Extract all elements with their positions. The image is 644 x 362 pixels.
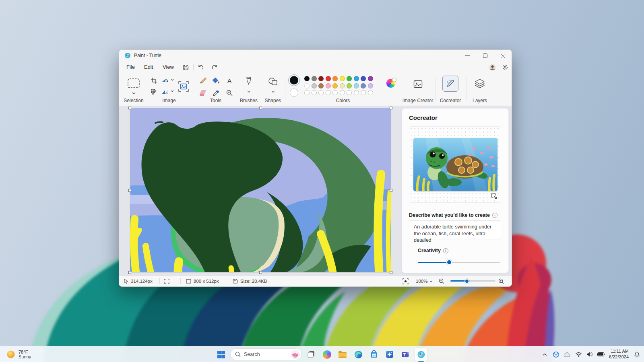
- color-swatch-empty[interactable]: [340, 90, 345, 95]
- generated-turtle-image[interactable]: [413, 138, 497, 191]
- color-swatch[interactable]: [354, 83, 359, 88]
- redo-button[interactable]: [209, 63, 220, 72]
- color-swatch[interactable]: [354, 76, 359, 81]
- rotate-dropdown-chevron[interactable]: [169, 77, 175, 82]
- search-box[interactable]: Search: [230, 348, 302, 360]
- resize-handle-w[interactable]: [128, 189, 131, 192]
- close-button[interactable]: [494, 50, 512, 61]
- image-creator-icon[interactable]: [411, 77, 425, 91]
- color-swatch-empty[interactable]: [318, 90, 324, 95]
- undo-button[interactable]: [196, 63, 206, 72]
- color-swatch[interactable]: [312, 76, 317, 81]
- foreground-color-swatch[interactable]: [290, 76, 298, 84]
- color-swatch[interactable]: [304, 76, 310, 81]
- flip-icon[interactable]: [160, 87, 170, 97]
- resize-handle-ne[interactable]: [390, 107, 392, 109]
- minimize-button[interactable]: [458, 50, 476, 61]
- magnifier-tool-icon[interactable]: [224, 88, 235, 98]
- color-swatch[interactable]: [312, 83, 317, 88]
- describe-info-icon[interactable]: i: [492, 213, 497, 218]
- creativity-slider[interactable]: [418, 259, 500, 265]
- eraser-tool-icon[interactable]: [198, 88, 208, 98]
- resize-handle-nw[interactable]: [128, 107, 131, 109]
- color-swatch[interactable]: [368, 76, 373, 81]
- color-swatch[interactable]: [304, 83, 310, 88]
- zoom-in-button[interactable]: [498, 276, 504, 286]
- color-swatch[interactable]: [332, 76, 338, 81]
- color-picker-tool-icon[interactable]: [211, 88, 221, 98]
- color-swatch[interactable]: [332, 83, 338, 88]
- teams-button[interactable]: [399, 348, 412, 361]
- crop-icon[interactable]: [149, 76, 159, 85]
- clock[interactable]: 11:11 AM 6/22/2024: [607, 349, 630, 360]
- color-swatch-empty[interactable]: [312, 90, 317, 95]
- battery-icon[interactable]: [596, 348, 606, 360]
- copilot-button[interactable]: [320, 348, 333, 361]
- paint-taskbar-button[interactable]: [415, 348, 427, 361]
- resize-handle-s[interactable]: [259, 271, 262, 274]
- file-explorer-button[interactable]: [336, 348, 349, 361]
- image-options-icon[interactable]: [177, 80, 190, 93]
- color-swatch[interactable]: [347, 76, 352, 81]
- color-swatch[interactable]: [326, 76, 331, 81]
- color-swatch[interactable]: [318, 76, 324, 81]
- layers-icon[interactable]: [473, 76, 487, 90]
- start-button[interactable]: [215, 348, 227, 361]
- creativity-slider-thumb[interactable]: [446, 259, 452, 265]
- resize-handle-se[interactable]: [390, 271, 392, 274]
- zoom-out-button[interactable]: [439, 276, 444, 286]
- selection-dropdown-chevron[interactable]: [130, 91, 137, 96]
- brushes-dropdown-chevron[interactable]: [246, 89, 252, 94]
- cocreator-button[interactable]: [442, 76, 458, 92]
- color-swatch[interactable]: [347, 83, 352, 88]
- menu-file[interactable]: File: [122, 62, 139, 72]
- color-swatch[interactable]: [340, 83, 345, 88]
- color-swatch-empty[interactable]: [361, 90, 366, 95]
- tray-app-icon[interactable]: [551, 348, 561, 360]
- drawing-canvas[interactable]: [130, 108, 391, 272]
- zoom-slider-thumb[interactable]: [464, 279, 469, 284]
- titlebar[interactable]: Paint - Turtle: [119, 50, 512, 61]
- color-swatch-empty[interactable]: [332, 90, 338, 95]
- shapes-icon[interactable]: [267, 76, 279, 88]
- edge-button[interactable]: [352, 348, 365, 361]
- color-swatch-empty[interactable]: [326, 90, 331, 95]
- color-swatch[interactable]: [361, 76, 366, 81]
- onedrive-cloud-icon[interactable]: [562, 348, 572, 360]
- maximize-button[interactable]: [476, 50, 494, 61]
- resize-skew-icon[interactable]: [149, 87, 159, 97]
- color-swatch-empty[interactable]: [347, 90, 352, 95]
- edit-colors-wheel-icon[interactable]: [386, 79, 395, 88]
- color-swatch[interactable]: [361, 83, 366, 88]
- color-swatch-empty[interactable]: [368, 90, 373, 95]
- add-to-canvas-button[interactable]: [490, 192, 498, 200]
- flip-dropdown-chevron[interactable]: [169, 88, 175, 94]
- tray-chevron-up-icon[interactable]: [540, 348, 549, 360]
- weather-widget[interactable]: 78°F Sunny: [3, 348, 34, 361]
- prompt-input[interactable]: An adorable turtle swimming under the oc…: [409, 220, 501, 239]
- shapes-dropdown-chevron[interactable]: [270, 89, 276, 94]
- creativity-info-icon[interactable]: i: [443, 248, 448, 253]
- wifi-icon[interactable]: [574, 348, 583, 360]
- menu-view[interactable]: View: [159, 62, 178, 72]
- selection-tool-button[interactable]: [126, 76, 141, 90]
- color-swatch-empty[interactable]: [354, 90, 359, 95]
- color-swatch-empty[interactable]: [304, 90, 310, 95]
- save-button[interactable]: [180, 63, 191, 72]
- fill-tool-icon[interactable]: [211, 75, 221, 86]
- color-swatch[interactable]: [340, 76, 345, 81]
- settings-gear-icon[interactable]: [500, 63, 510, 72]
- account-avatar[interactable]: [487, 63, 497, 72]
- color-swatch[interactable]: [318, 83, 324, 88]
- color-swatch[interactable]: [326, 83, 331, 88]
- color-swatch[interactable]: [368, 83, 373, 88]
- designer-button[interactable]: [383, 348, 396, 361]
- rotate-icon[interactable]: [160, 76, 170, 85]
- volume-icon[interactable]: [585, 348, 594, 360]
- pencil-tool-icon[interactable]: [198, 75, 208, 86]
- zoom-level-dropdown[interactable]: 100%: [413, 276, 436, 286]
- resize-handle-n[interactable]: [259, 107, 262, 109]
- text-tool-icon[interactable]: A: [224, 75, 235, 86]
- background-color-swatch[interactable]: [290, 88, 298, 97]
- menu-edit[interactable]: Edit: [140, 62, 157, 72]
